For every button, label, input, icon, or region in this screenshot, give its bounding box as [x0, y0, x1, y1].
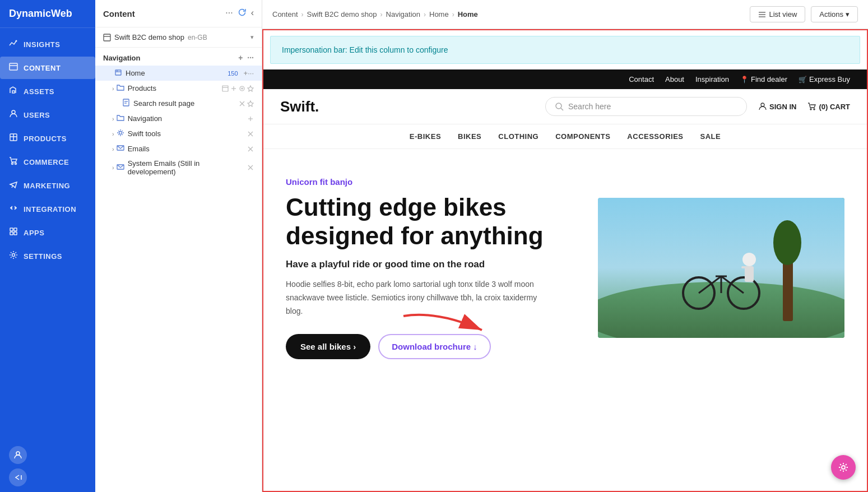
site-main-nav-ebikes[interactable]: E-BIKES: [410, 132, 441, 141]
impersonation-bar: Impersonation bar: Edit this column to c…: [270, 36, 860, 64]
site-nav-inspiration[interactable]: Inspiration: [695, 75, 729, 83]
tree-item-system-emails[interactable]: › System Emails (Still in developement): [95, 156, 262, 179]
site-cart[interactable]: (0) CART: [807, 102, 850, 111]
cart-label: (0) CART: [819, 103, 850, 111]
svg-point-70: [842, 466, 845, 469]
svg-point-54: [810, 109, 811, 110]
more-nav-icon[interactable]: ···: [247, 53, 254, 62]
svg-point-39: [119, 132, 122, 134]
sidebar-item-integration[interactable]: INTEGRATION: [0, 198, 95, 220]
add-child-icon[interactable]: +: [244, 69, 248, 77]
user-profile-icon[interactable]: [9, 446, 27, 464]
sidebar-item-users[interactable]: USERS: [0, 104, 95, 126]
site-nav-express-buy[interactable]: 🛒 Express Buy: [799, 75, 850, 83]
list-view-icon: [758, 11, 766, 18]
settings-fab-button[interactable]: [831, 455, 856, 480]
tree-item-swift-tools[interactable]: › Swift tools: [95, 126, 262, 141]
site-nav-find-dealer[interactable]: 📍 Find dealer: [740, 75, 787, 83]
tree-item-emails-label: Emails: [128, 145, 245, 153]
svg-point-4: [12, 110, 15, 114]
sidebar-item-settings[interactable]: SETTINGS: [0, 245, 95, 267]
sidebar-item-marketing[interactable]: MARKETING: [0, 174, 95, 197]
users-icon: [9, 109, 18, 120]
refresh-icon[interactable]: [238, 8, 247, 19]
tree-item-products[interactable]: › Products: [95, 81, 262, 96]
tree-item-navigation-label: Navigation: [128, 114, 245, 123]
see-all-bikes-button[interactable]: See all bikes ›: [286, 334, 370, 359]
tree-item-emails[interactable]: › Emails: [95, 141, 262, 156]
actions-button[interactable]: Actions ▾: [811, 6, 858, 22]
products-extra-icons: [222, 85, 254, 92]
sidebar-label-commerce: COMMERCE: [24, 158, 69, 166]
site-main-nav-components[interactable]: COMPONENTS: [555, 132, 610, 141]
svg-point-51: [556, 103, 561, 109]
home-page-icon: [114, 68, 122, 78]
sidebar-item-content[interactable]: CONTENT: [0, 57, 95, 79]
sidebar-item-insights[interactable]: INSIGHTS: [0, 33, 95, 55]
sidebar-item-assets[interactable]: ASSETS: [0, 80, 95, 103]
svg-rect-12: [14, 228, 17, 231]
search-icon: [555, 102, 564, 111]
navigation-chevron: ›: [112, 115, 114, 122]
insights-icon: [9, 39, 18, 50]
site-sign-in[interactable]: SIGN IN: [758, 102, 796, 111]
site-nav-about[interactable]: About: [665, 75, 684, 83]
sidebar-label-marketing: MARKETING: [24, 182, 70, 190]
site-nav-contact[interactable]: Contact: [629, 75, 654, 83]
content-panel: Content ··· ‹ Swift B2C demo shop en-GB …: [95, 0, 262, 492]
swift-tools-extra-icons: [247, 131, 254, 137]
svg-point-9: [15, 163, 17, 165]
preview-area[interactable]: Impersonation bar: Edit this column to c…: [262, 29, 868, 492]
search-placeholder-text: Search here: [568, 102, 737, 111]
content-panel-actions: ··· ‹: [225, 8, 254, 19]
tree-item-swift-tools-label: Swift tools: [128, 129, 245, 138]
collapse-panel-icon[interactable]: ‹: [251, 8, 254, 19]
tree-item-search-result[interactable]: Search result page: [95, 96, 262, 111]
list-view-button[interactable]: List view: [750, 6, 806, 22]
sidebar-label-assets: ASSETS: [24, 87, 54, 96]
hero-body: Hoodie selfies 8-bit, echo park lomo sar…: [286, 278, 538, 318]
breadcrumb-content[interactable]: Content: [272, 10, 298, 18]
emails-extra-icons: [247, 146, 254, 152]
sidebar-item-apps[interactable]: APPS: [0, 221, 95, 244]
location-icon: 📍: [740, 76, 749, 83]
nav-extra-icons: [247, 115, 254, 122]
breadcrumb-site[interactable]: Swift B2C demo shop: [307, 10, 377, 18]
breadcrumb-navigation[interactable]: Navigation: [386, 10, 420, 18]
site-main-nav-bikes[interactable]: BIKES: [458, 132, 481, 141]
svg-point-66: [742, 253, 756, 266]
more-item-icon[interactable]: ···: [248, 69, 254, 77]
svg-rect-23: [222, 86, 228, 91]
sidebar-item-products[interactable]: PRODUCTS: [0, 127, 95, 150]
system-emails-icon: [117, 163, 124, 173]
collapse-sidebar-icon[interactable]: [9, 468, 27, 486]
site-selector[interactable]: Swift B2C demo shop en-GB ▾: [95, 27, 262, 48]
tree-item-search-result-label: Search result page: [133, 99, 236, 108]
site-main-nav-sale[interactable]: SALE: [700, 132, 721, 141]
emails-icon: [117, 144, 124, 154]
site-search[interactable]: Search here: [545, 97, 747, 116]
more-options-icon[interactable]: ···: [225, 8, 233, 19]
tree-item-navigation[interactable]: › Navigation: [95, 111, 262, 126]
tree-item-home-count: 150: [224, 69, 241, 77]
products-icon: [9, 133, 18, 144]
cart-icon: [807, 102, 816, 111]
tree-item-home-label: Home: [126, 69, 224, 77]
settings-fab-icon: [838, 462, 849, 473]
download-brochure-button[interactable]: Download brochure ↓: [378, 334, 491, 359]
add-nav-icon[interactable]: +: [238, 53, 243, 62]
topbar-actions: List view Actions ▾: [750, 6, 858, 22]
breadcrumb-home[interactable]: Home: [429, 10, 449, 18]
svg-rect-31: [123, 99, 129, 106]
svg-rect-68: [741, 266, 747, 268]
products-chevron: ›: [112, 85, 114, 92]
site-main-nav-clothing[interactable]: CLOTHING: [498, 132, 539, 141]
search-extra-icons: [239, 100, 254, 107]
sidebar-item-commerce[interactable]: COMMERCE: [0, 151, 95, 173]
main-content: Content › Swift B2C demo shop › Navigati…: [262, 0, 868, 492]
actions-chevron-icon: ▾: [846, 10, 850, 18]
tree-item-home[interactable]: Home 150 + ···: [95, 66, 262, 81]
site-main-nav-accessories[interactable]: ACCESSORIES: [627, 132, 683, 141]
dw-bottom-icons: [0, 440, 95, 492]
emails-chevron: ›: [112, 146, 114, 152]
